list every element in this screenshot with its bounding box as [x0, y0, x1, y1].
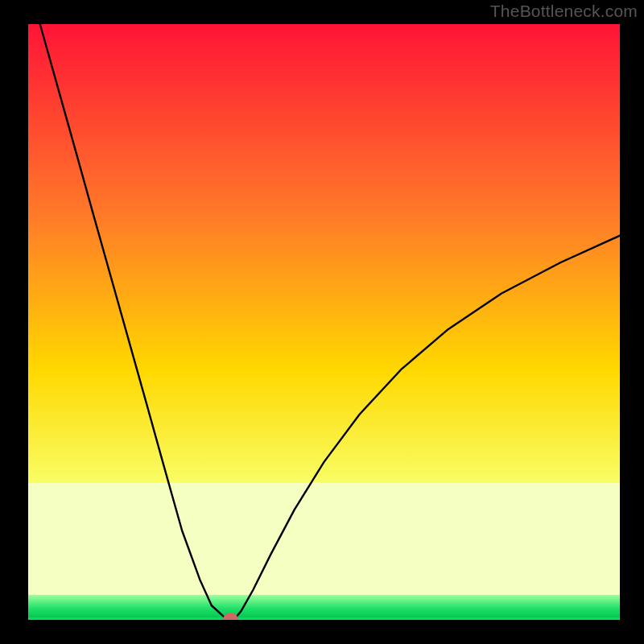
chart-svg	[28, 24, 620, 620]
chart-frame: TheBottleneck.com	[0, 0, 644, 644]
source-credit: TheBottleneck.com	[490, 2, 638, 21]
green-band	[28, 595, 620, 620]
green-baseline	[28, 617, 620, 620]
yellow-band	[28, 483, 620, 595]
plot-area	[28, 24, 620, 620]
